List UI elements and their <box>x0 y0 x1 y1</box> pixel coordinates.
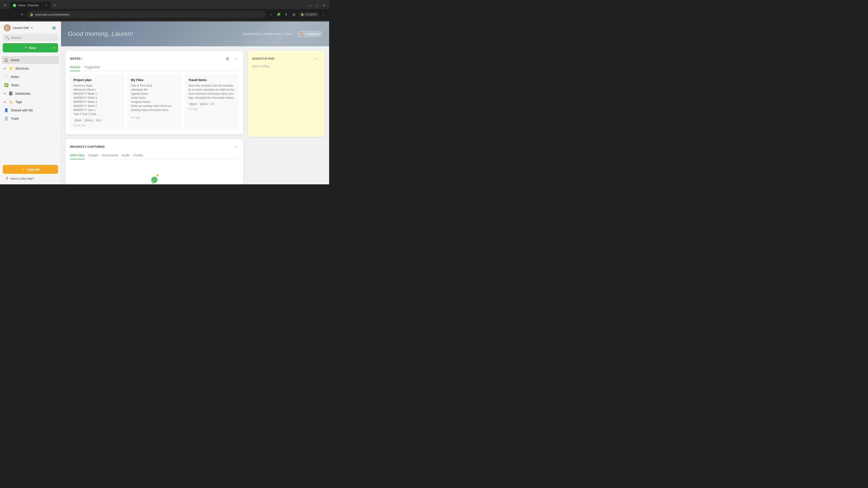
help-label: Need a little help? <box>10 177 34 180</box>
scratch-pad-header: SCRATCH PAD ⋯ <box>252 55 320 62</box>
scratch-pad-title: SCRATCH PAD <box>252 57 274 60</box>
new-tab-button[interactable]: + <box>52 2 58 8</box>
captured-tab-documents[interactable]: Documents <box>102 153 118 159</box>
download-button[interactable]: ⬇ <box>283 11 289 18</box>
sidebar-item-notes[interactable]: 📄 Notes <box>2 73 59 80</box>
user-info[interactable]: L Lauren Deli ▼ <box>4 24 33 31</box>
sidebar-item-shared[interactable]: 👤 Shared with Me <box>2 106 59 114</box>
reload-button[interactable]: ↻ <box>19 11 25 18</box>
note-item[interactable]: Travel Items About this template Use thi… <box>185 75 239 130</box>
notes-title[interactable]: NOTES › <box>70 57 83 60</box>
notebooks-icon: 📓 <box>8 91 13 96</box>
tags-icon: 🏷️ <box>8 100 13 104</box>
captured-tab-webclips[interactable]: Web Clips <box>70 153 85 159</box>
help-icon: ❓ <box>5 177 8 180</box>
note-title: Travel Items <box>188 78 235 82</box>
active-tab[interactable]: Home - Evernote ✕ <box>10 2 51 9</box>
help-button[interactable]: ❓ Need a little help? <box>3 175 58 182</box>
sidebar-item-tasks[interactable]: ✅ Tasks <box>2 81 59 89</box>
shared-icon: 👤 <box>4 108 8 112</box>
tasks-icon: ✅ <box>4 83 8 87</box>
notes-card-header: NOTES › ⊞ ⋯ <box>70 55 239 62</box>
note-tag: @jael <box>73 119 83 122</box>
captured-empty-state <box>70 163 239 184</box>
search-bar[interactable]: 🔍 Search <box>3 34 58 41</box>
tab-favicon <box>13 4 16 7</box>
sidebar-item-shortcuts-label: Shortcuts <box>16 67 29 70</box>
note-item[interactable]: My Files Date & Time GoalAttendees MeAge… <box>127 75 181 130</box>
home-icon: 🏠 <box>4 58 8 62</box>
sidebar-toggle-button[interactable]: ▤ <box>291 11 297 18</box>
tab-list-button[interactable]: ▼ <box>2 2 8 8</box>
scratch-pad-placeholder[interactable]: Start writing... <box>252 64 320 68</box>
sidebar-item-notes-label: Notes <box>11 75 19 78</box>
sidebar-item-notebooks[interactable]: ▶ 📓 Notebooks <box>2 90 59 97</box>
new-plus-icon: + <box>25 45 28 50</box>
close-window-button[interactable]: ✕ <box>321 2 327 8</box>
customize-icon: 🏠 <box>300 32 304 36</box>
user-chevron-icon: ▼ <box>31 26 33 29</box>
address-bar[interactable]: 🔒 evernote.com/client/web#/ <box>27 11 266 18</box>
customize-button[interactable]: 🏠 Customize <box>297 31 322 37</box>
note-tag: +3 <box>210 102 215 106</box>
menu-button[interactable]: ⋮ <box>320 11 327 18</box>
sidebar-footer: ⚡ Upgrade ❓ Need a little help? <box>0 162 61 184</box>
sidebar-item-shortcuts[interactable]: ▶ ⭐ Shortcuts <box>2 64 59 72</box>
notes-title-arrow-icon: › <box>82 57 83 60</box>
tab-close-button[interactable]: ✕ <box>44 4 48 7</box>
captured-tab-audio[interactable]: Audio <box>122 153 130 159</box>
captured-tab-emails[interactable]: Emails <box>133 153 143 159</box>
incognito-icon: 🕵️ <box>301 13 304 16</box>
sidebar-item-tasks-label: Tasks <box>11 84 19 87</box>
main-content: Good morning, Lauren! WEDNESDAY, FEBRUAR… <box>61 22 329 184</box>
sidebar-item-tags[interactable]: ▶ 🏷️ Tags <box>2 98 59 106</box>
content-right: SCRATCH PAD ⋯ Start writing... <box>248 51 324 180</box>
search-placeholder: Search <box>11 36 21 39</box>
note-time: 6 hr ago <box>188 107 235 110</box>
search-icon: 🔍 <box>5 36 9 39</box>
note-content: Summary MajorMilestones Week 1MM/DD/YY W… <box>73 84 121 116</box>
captured-tab-images[interactable]: Images <box>88 153 98 159</box>
tab-title: Home - Evernote <box>18 4 42 7</box>
new-button[interactable]: + New ▼ <box>3 43 58 53</box>
sidebar-item-tags-label: Tags <box>16 100 22 104</box>
notes-grid: Project plan Summary MajorMilestones Wee… <box>70 75 239 130</box>
content-area: NOTES › ⊞ ⋯ Recent Suggested <box>61 46 329 184</box>
captured-more-button[interactable]: ⋯ <box>232 143 239 150</box>
notes-view-toggle-button[interactable]: ⊞ <box>224 55 230 62</box>
shortcuts-expand-icon: ▶ <box>4 67 6 70</box>
scratch-pad-more-button[interactable]: ⋯ <box>314 55 320 62</box>
tab-suggested[interactable]: Suggested <box>85 65 100 71</box>
tab-bar: ▼ Home - Evernote ✕ + ─ □ ✕ <box>0 0 329 9</box>
sidebar-item-shared-label: Shared with Me <box>11 108 33 112</box>
extensions-button[interactable]: 🧩 <box>275 11 282 18</box>
user-name: Lauren Deli <box>13 26 29 30</box>
captured-title: RECENTLY CAPTURED <box>70 145 105 149</box>
settings-button[interactable]: ⚙️ <box>51 25 57 31</box>
scratch-pad: SCRATCH PAD ⋯ Start writing... <box>248 51 324 137</box>
note-tag: @jack <box>188 102 198 106</box>
greeting-text: Good morning, Lauren! <box>68 30 133 37</box>
tags-expand-icon: ▶ <box>4 101 6 103</box>
tab-recent[interactable]: Recent <box>70 65 80 71</box>
svg-point-3 <box>152 183 153 184</box>
upgrade-button[interactable]: ⚡ Upgrade <box>3 165 58 174</box>
minimize-button[interactable]: ─ <box>307 2 313 8</box>
notes-more-button[interactable]: ⋯ <box>232 55 239 62</box>
sidebar-item-home[interactable]: 🏠 Home <box>2 56 59 64</box>
note-title: Project plan <box>73 78 121 82</box>
nav-actions: ☆ 🧩 ⬇ ▤ 🕵️ Incognito ⋮ <box>268 11 327 18</box>
sidebar-item-trash-label: Trash <box>11 117 19 121</box>
nav-bar: ← → ↻ 🔒 evernote.com/client/web#/ ☆ 🧩 ⬇ … <box>0 9 329 20</box>
back-button[interactable]: ← <box>3 11 9 18</box>
bookmark-button[interactable]: ☆ <box>268 11 274 18</box>
sidebar-item-home-label: Home <box>11 58 19 62</box>
forward-button[interactable]: → <box>11 11 17 18</box>
captured-card: RECENTLY CAPTURED ⋯ Web Clips Images Doc… <box>66 139 243 184</box>
browser-chrome: ▼ Home - Evernote ✕ + ─ □ ✕ ← → ↻ 🔒 ever… <box>0 0 329 22</box>
notes-title-text: NOTES <box>70 57 81 60</box>
note-item[interactable]: Project plan Summary MajorMilestones Wee… <box>70 75 124 130</box>
trash-icon: 🗑️ <box>4 116 8 121</box>
sidebar-item-trash[interactable]: 🗑️ Trash <box>2 115 59 123</box>
maximize-button[interactable]: □ <box>314 2 320 8</box>
